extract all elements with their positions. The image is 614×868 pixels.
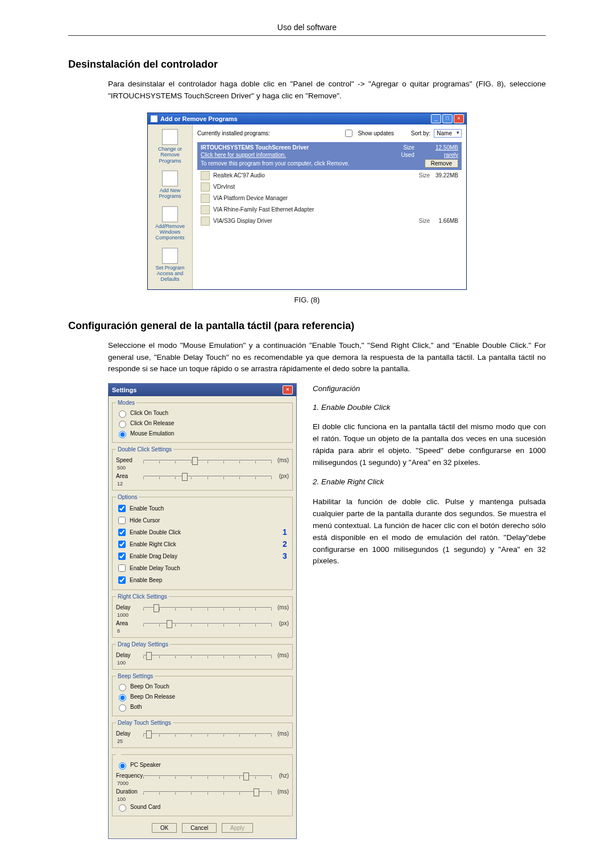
dds-delay-slider[interactable] [143,651,272,659]
sound-card-radio[interactable] [119,804,126,812]
side-defaults[interactable]: Set Program Access and Defaults [149,246,191,287]
section1-title: Desinstalación del controlador [68,59,546,70]
dds-group: Drag Delay Settings Delay(ms) 100 [112,641,293,670]
freq-slider[interactable] [143,772,272,780]
box-icon [162,129,178,145]
remove-line: To remove this program from your compute… [201,160,414,167]
rcs-area-slider[interactable] [143,620,272,628]
sort-by-label: Sort by: [411,130,430,136]
selected-program-name: IRTOUCHSYSTEMS TouchScreen Driver [201,144,391,151]
program-icon [201,205,210,214]
section1-body: Para desinstalar el controlador haga dob… [108,78,546,102]
program-icon [201,217,210,226]
cfg-p2: Habilitar la función de doble clic. Puls… [313,496,546,568]
cd-icon [162,171,178,186]
current-programs-label: Currently installed programs: [197,130,270,136]
side-add-new[interactable]: Add New Programs [149,168,191,204]
configuracion-heading: Configuración [313,383,546,395]
dts-delay-slider[interactable] [143,730,272,738]
selected-program[interactable]: IRTOUCHSYSTEMS TouchScreen Driver Size 1… [197,142,462,170]
enable-double-click-checkbox[interactable] [118,529,126,536]
apply-button[interactable]: Apply [222,823,253,833]
used-value: rarely [425,152,458,158]
program-row[interactable]: VDrvInst [197,181,462,193]
fig8-caption: FIG. (8) [68,296,546,304]
beep-group: Beep Settings Beep On Touch Beep On Rele… [112,673,293,716]
arp-titlebar: Add or Remove Programs _ □ × [148,113,466,124]
program-row[interactable]: VIA Rhine-Family Fast Ethernet Adapter [197,204,462,215]
area-slider[interactable] [143,472,272,480]
arp-sidebar: Change or Remove Programs Add New Progra… [148,124,193,289]
enable-touch-checkbox[interactable] [118,505,126,512]
beep-touch-radio[interactable] [119,684,126,691]
cancel-button[interactable]: Cancel [182,823,217,833]
minimize-button[interactable]: _ [431,114,441,123]
click-on-release-radio[interactable] [119,421,126,428]
program-row[interactable]: VIA Platform Device Manager [197,193,462,204]
enable-delay-touch-checkbox[interactable] [118,564,126,572]
pc-speaker-radio[interactable] [119,762,126,770]
hide-cursor-checkbox[interactable] [118,517,126,524]
side-change-remove[interactable]: Change or Remove Programs [149,127,191,168]
ok-button[interactable]: OK [152,823,177,833]
star-icon [162,248,178,264]
cfg-sub2: 2. Enable Right Click [313,476,546,488]
enable-right-click-checkbox[interactable] [118,541,126,548]
enable-drag-delay-checkbox[interactable] [118,553,126,560]
show-updates-checkbox[interactable] [345,130,352,137]
program-row[interactable]: VIA/S3G Display Driver Size 1.66MB [197,215,462,227]
maximize-button[interactable]: □ [442,114,453,123]
dur-slider[interactable] [143,788,272,796]
badge-3: 3 [281,551,289,560]
sort-by-dropdown[interactable]: Name [434,129,462,138]
program-row[interactable]: Realtek AC'97 Audio Size 39.22MB [197,170,462,181]
program-icon [201,182,210,192]
program-icon [201,171,210,180]
cfg-p1: El doble clic funciona en la pantalla tá… [313,421,546,469]
speaker-group: PC Speaker Frequency(hz) 7000 Duration(m… [112,751,293,816]
arp-title-label: Add or Remove Programs [160,115,431,122]
windows-icon [162,206,178,222]
close-button[interactable]: × [454,114,464,123]
page-header: Uso del software [68,23,546,36]
used-label: Used [401,152,414,158]
add-remove-programs-window: Add or Remove Programs _ □ × Change or R… [147,113,467,290]
section2-title: Configuración general de la pantalla tác… [68,320,546,332]
settings-window: Settings × Modes Click On Touch Click On… [108,383,297,839]
badge-2: 2 [281,539,289,549]
remove-button[interactable]: Remove [425,159,458,168]
badge-1: 1 [281,528,289,537]
selected-size-value: 12.50MB [425,144,458,151]
beep-release-radio[interactable] [119,694,126,701]
show-updates-label: Show updates [358,130,393,136]
selected-size-label: Size [401,144,414,151]
enable-beep-checkbox[interactable] [118,576,126,584]
click-on-touch-radio[interactable] [119,410,126,418]
rcs-group: Right Click Settings Delay(ms) 1000 Area… [112,593,293,638]
settings-titlebar: Settings × [109,384,296,396]
arp-title-icon [150,115,158,123]
mouse-emulation-radio[interactable] [119,431,126,438]
section2-body: Seleccione el modo "Mouse Emulation" y a… [108,340,546,376]
modes-group: Modes Click On Touch Click On Release Mo… [112,400,293,443]
close-button[interactable]: × [283,385,293,394]
side-windows-components[interactable]: Add/Remove Windows Components [149,204,191,246]
dcs-group: Double Click Settings Speed(ms) 500 Area… [112,446,293,491]
speed-slider[interactable] [143,456,272,464]
options-group: Options Enable Touch Hide Cursor Enable … [112,494,293,590]
program-icon [201,194,210,203]
rcs-delay-slider[interactable] [143,604,272,612]
cfg-sub1: 1. Enable Double Click [313,402,546,414]
beep-both-radio[interactable] [119,704,126,712]
dts-group: Delay Touch Settings Delay(ms) 25 [112,720,293,748]
support-link[interactable]: Click here for support information. [201,152,391,158]
